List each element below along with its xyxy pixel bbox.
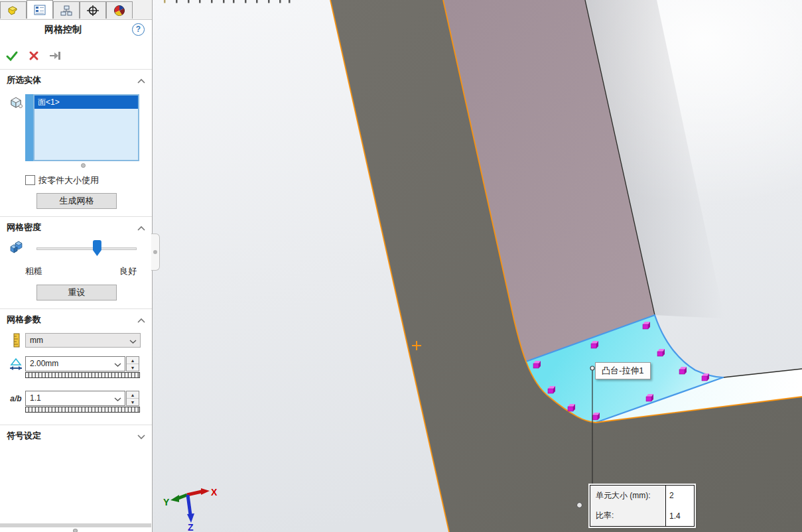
face-select-icon <box>8 94 24 110</box>
chevron-down-icon <box>114 362 121 367</box>
element-size-combo[interactable]: 2.00mm <box>25 356 125 371</box>
unit-ruler-icon <box>8 332 24 348</box>
tab-dimxpert-manager[interactable] <box>80 1 106 19</box>
spin-down-icon[interactable]: ▼ <box>127 364 139 371</box>
selection-active-bar <box>25 94 33 161</box>
use-part-size-checkbox[interactable] <box>25 175 35 185</box>
element-size-value: 2.00mm <box>30 359 58 368</box>
spin-down-icon[interactable]: ▼ <box>127 399 139 405</box>
ok-button[interactable] <box>5 50 19 62</box>
section-selected-entities[interactable]: 所选实体 <box>7 74 41 86</box>
property-manager-panel: 网格控制 ? 所选实体 面<1> 按零件大小使用 生成网格 网格密度 <box>0 0 153 532</box>
help-icon[interactable]: ? <box>132 23 145 36</box>
leader-anchor-dot[interactable] <box>590 366 594 370</box>
display-manager-icon <box>113 5 125 17</box>
tab-property-manager[interactable] <box>27 0 53 19</box>
manager-tab-bar <box>0 0 152 20</box>
mesh-density-slider[interactable] <box>36 247 137 250</box>
element-size-spinner[interactable]: ▲ ▼ <box>126 356 139 371</box>
configuration-manager-icon <box>60 5 72 16</box>
property-manager-icon <box>34 5 46 15</box>
ratio-value: 1.1 <box>30 393 41 403</box>
callout-element-size-label: 单元大小 (mm): <box>590 486 665 506</box>
ratio-spinner[interactable]: ▲ ▼ <box>126 391 139 406</box>
tab-display-manager[interactable] <box>106 1 133 19</box>
triad-x-label: X <box>211 487 218 498</box>
chevron-up-icon[interactable] <box>137 225 146 232</box>
element-size-icon <box>8 357 24 373</box>
element-size-ruler-strip[interactable] <box>25 372 140 378</box>
handle-dot <box>153 250 157 254</box>
pin-button[interactable] <box>49 50 64 62</box>
spin-up-icon[interactable]: ▲ <box>127 391 139 399</box>
use-part-size-label[interactable]: 按零件大小使用 <box>38 174 99 186</box>
ratio-combo[interactable]: 1.1 <box>25 391 125 406</box>
callout-element-size-value[interactable]: 2 <box>665 486 694 506</box>
section-mesh-density[interactable]: 网格密度 <box>7 222 41 233</box>
coarse-label: 粗糙 <box>25 265 42 277</box>
graphics-canvas: X Y Z <box>153 0 802 532</box>
chevron-down-icon <box>114 397 121 402</box>
feature-tooltip: 凸台-拉伸1 <box>595 362 651 379</box>
graphics-area[interactable]: X Y Z 凸台-拉伸1 <box>153 0 802 532</box>
callout-ratio-label: 比率: <box>590 506 665 527</box>
mesh-density-slider-thumb[interactable] <box>93 240 101 256</box>
selected-entities-list[interactable]: 面<1> <box>33 94 139 161</box>
section-mesh-parameters[interactable]: 网格参数 <box>7 314 41 326</box>
triad-z-label: Z <box>188 522 194 532</box>
chevron-down-icon[interactable] <box>137 433 146 440</box>
tab-configuration-manager[interactable] <box>53 1 80 19</box>
chevron-up-icon[interactable] <box>137 78 146 85</box>
callout-grip-handle[interactable] <box>576 502 582 508</box>
callout-ratio-value[interactable]: 1.4 <box>665 506 694 527</box>
panel-bottom-splitter[interactable] <box>0 523 151 527</box>
spin-up-icon[interactable]: ▲ <box>127 357 139 364</box>
page-title: 网格控制 <box>0 24 126 36</box>
cancel-button[interactable] <box>28 50 40 62</box>
unit-value: mm <box>30 336 43 345</box>
chevron-up-icon[interactable] <box>137 317 146 324</box>
dimxpert-manager-icon <box>86 5 100 17</box>
tab-feature-manager[interactable] <box>0 1 27 19</box>
list-item-face[interactable]: 面<1> <box>34 96 138 109</box>
mesh-density-icon <box>8 240 24 256</box>
unit-dropdown[interactable]: mm <box>25 333 141 348</box>
fine-label: 良好 <box>119 265 137 277</box>
ratio-icon-glyph: a/b <box>10 394 21 403</box>
mesh-control-callout: 单元大小 (mm): 2 比率: 1.4 <box>590 485 695 527</box>
create-mesh-button[interactable]: 生成网格 <box>36 193 117 209</box>
panel-collapse-handle[interactable] <box>151 233 160 271</box>
list-resize-grip[interactable] <box>81 163 86 168</box>
section-symbol-settings[interactable]: 符号设定 <box>7 430 41 442</box>
reset-button[interactable]: 重设 <box>36 285 117 300</box>
chevron-down-icon <box>129 339 137 344</box>
ratio-ruler-strip[interactable] <box>25 407 140 413</box>
feature-manager-part-icon <box>7 5 20 17</box>
triad-y-label: Y <box>163 497 170 507</box>
splitter-grip[interactable] <box>73 529 78 532</box>
ratio-icon: a/b <box>8 391 24 407</box>
